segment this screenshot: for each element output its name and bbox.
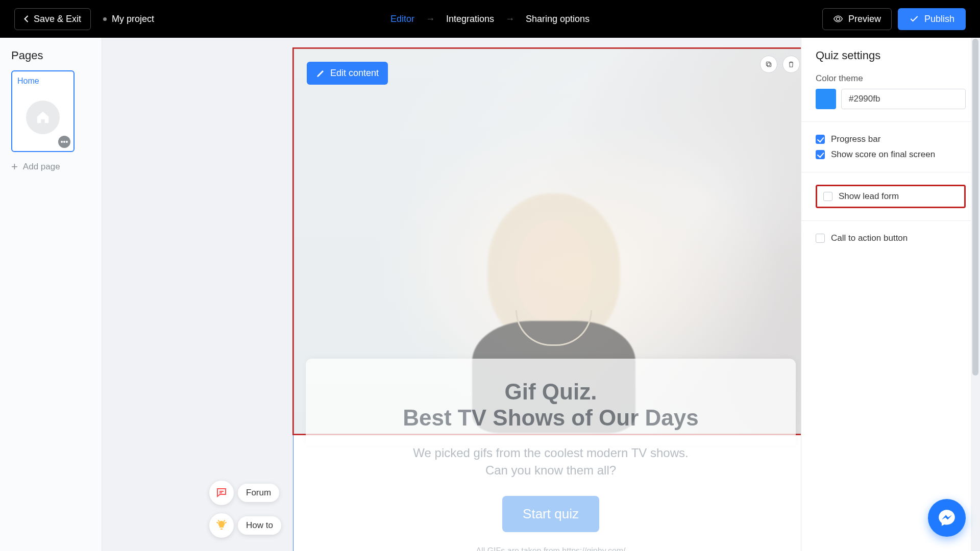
svg-rect-0 (767, 63, 771, 66)
chat-icon (215, 487, 228, 499)
show-score-label: Show score on final screen (831, 149, 935, 160)
checkbox-checked-icon (816, 150, 825, 159)
home-icon (26, 101, 60, 134)
chevron-right-icon: → (426, 14, 435, 24)
eye-icon (833, 14, 843, 24)
quiz-credits: All GIFs are taken from https://giphy.co… (306, 546, 796, 551)
add-page-label: Add page (23, 162, 60, 172)
canvas[interactable]: Edit content Gif Quiz. Best TV Shows of … (102, 38, 801, 551)
edit-content-label: Edit content (330, 68, 379, 79)
save-exit-button[interactable]: Save & Exit (14, 8, 91, 30)
settings-panel: Quiz settings Color theme Progress bar S… (801, 38, 980, 551)
add-page-button[interactable]: + Add page (11, 161, 90, 172)
trash-icon (787, 60, 795, 68)
page-thumb-label: Home (17, 77, 68, 86)
progress-bar-checkbox[interactable]: Progress bar (816, 134, 966, 144)
vertical-scrollbar[interactable] (971, 38, 980, 551)
tab-integrations[interactable]: Integrations (446, 14, 494, 24)
preview-label: Preview (848, 14, 881, 24)
pages-title: Pages (11, 49, 90, 62)
quiz-intro: We picked gifs from the coolest modern T… (306, 444, 796, 551)
publish-button[interactable]: Publish (898, 8, 966, 30)
save-exit-label: Save & Exit (34, 14, 81, 24)
check-icon (909, 14, 919, 24)
settings-title: Quiz settings (816, 49, 966, 62)
progress-bar-label: Progress bar (831, 134, 880, 144)
checkbox-unchecked-icon (823, 192, 832, 201)
page-more-button[interactable]: ••• (58, 136, 70, 148)
color-swatch[interactable] (816, 89, 836, 109)
duplicate-block-button[interactable] (760, 56, 777, 73)
pages-panel: Pages Home ••• + Add page (0, 38, 102, 551)
unsaved-dot-icon (103, 17, 107, 21)
show-lead-form-label: Show lead form (839, 191, 899, 202)
top-bar: Save & Exit My project Editor → Integrat… (0, 0, 980, 38)
howto-button[interactable] (209, 513, 234, 538)
chevron-right-icon: → (505, 14, 514, 24)
selected-block[interactable]: Edit content Gif Quiz. Best TV Shows of … (293, 48, 801, 434)
show-lead-form-checkbox[interactable]: Show lead form (823, 191, 958, 202)
forum-button[interactable] (209, 481, 234, 505)
plus-icon: + (11, 161, 18, 172)
cta-button-label: Call to action button (831, 233, 908, 243)
checkbox-unchecked-icon (816, 234, 825, 243)
page-frame[interactable]: Edit content Gif Quiz. Best TV Shows of … (293, 48, 801, 551)
tab-editor[interactable]: Editor (390, 14, 414, 24)
quiz-subtitle: We picked gifs from the coolest modern T… (306, 444, 796, 479)
howto-label[interactable]: How to (238, 516, 281, 535)
quiz-title: Gif Quiz. Best TV Shows of Our Days (326, 379, 775, 431)
copy-icon (765, 60, 773, 68)
lightbulb-icon (215, 519, 228, 532)
breadcrumb: Editor → Integrations → Sharing options (390, 14, 590, 24)
chevron-left-icon (24, 15, 29, 22)
messenger-icon (937, 508, 957, 528)
project-name-label: My project (112, 14, 154, 24)
delete-block-button[interactable] (782, 56, 800, 73)
color-theme-label: Color theme (816, 73, 966, 84)
forum-label[interactable]: Forum (238, 484, 279, 502)
cta-button-checkbox[interactable]: Call to action button (816, 233, 966, 243)
preview-button[interactable]: Preview (822, 8, 892, 30)
svg-rect-1 (766, 62, 770, 65)
checkbox-checked-icon (816, 135, 825, 144)
publish-label: Publish (924, 14, 954, 24)
messenger-button[interactable] (928, 499, 966, 537)
project-name[interactable]: My project (103, 14, 154, 24)
quiz-title-card: Gif Quiz. Best TV Shows of Our Days (306, 359, 796, 446)
show-lead-form-highlight: Show lead form (816, 185, 966, 208)
start-quiz-button[interactable]: Start quiz (502, 496, 599, 532)
edit-content-button[interactable]: Edit content (307, 62, 388, 85)
show-score-checkbox[interactable]: Show score on final screen (816, 149, 966, 160)
pencil-icon (316, 69, 325, 78)
color-hex-input[interactable] (841, 89, 966, 109)
page-thumb-home[interactable]: Home ••• (11, 70, 75, 152)
tab-sharing[interactable]: Sharing options (526, 14, 590, 24)
